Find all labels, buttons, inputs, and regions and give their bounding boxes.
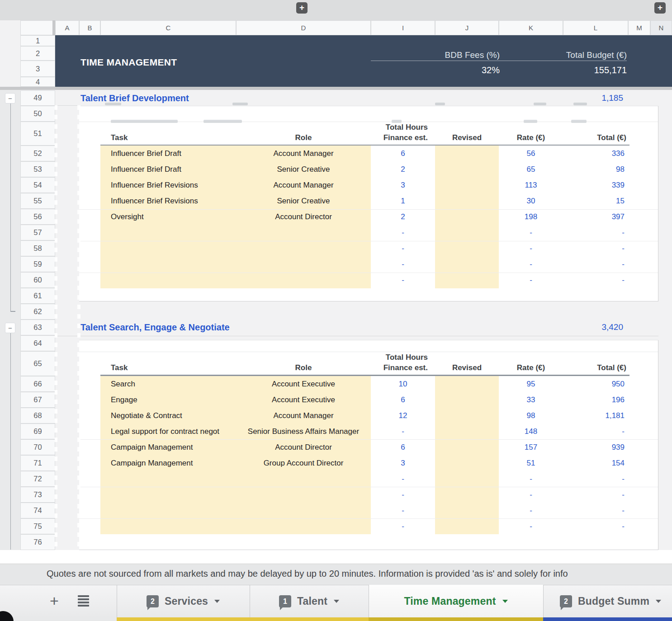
- row-header-69[interactable]: 69: [20, 423, 55, 439]
- cell-task[interactable]: Influencer Brief Draft: [111, 161, 235, 177]
- column-header-j[interactable]: J: [435, 20, 499, 35]
- chevron-down-icon[interactable]: [214, 600, 220, 603]
- cell-rate[interactable]: 56: [499, 146, 563, 161]
- row-header-67[interactable]: 67: [20, 392, 55, 408]
- cell-task[interactable]: Legal support for contract negot: [111, 423, 235, 439]
- cell-total[interactable]: 154: [563, 455, 625, 471]
- row-header-54[interactable]: 54: [20, 177, 55, 193]
- row-header-64[interactable]: 64: [20, 335, 55, 351]
- cell-hours[interactable]: 2: [371, 209, 435, 225]
- cell-total[interactable]: -: [563, 225, 625, 240]
- cell-hours[interactable]: 12: [371, 408, 435, 423]
- cell-task[interactable]: [111, 272, 235, 288]
- col-header-hours[interactable]: Total HoursFinance est.: [371, 122, 428, 143]
- corner-box[interactable]: [20, 20, 55, 35]
- cell-task[interactable]: [111, 487, 235, 503]
- column-header-a[interactable]: A: [55, 20, 79, 35]
- cell-total[interactable]: 339: [563, 177, 625, 193]
- cell-hours[interactable]: -: [371, 272, 435, 288]
- col-header-revised[interactable]: Revised: [435, 362, 499, 373]
- column-header-n[interactable]: N: [650, 20, 672, 35]
- cell-rate[interactable]: 51: [499, 455, 563, 471]
- cell-task[interactable]: [111, 256, 235, 272]
- cell-revised[interactable]: [435, 161, 499, 177]
- cell-hours[interactable]: 1: [371, 193, 435, 209]
- row-header-53[interactable]: 53: [20, 161, 55, 177]
- row-header-58[interactable]: 58: [20, 240, 55, 256]
- section-total[interactable]: 1,185: [497, 92, 623, 104]
- cell-role[interactable]: [236, 272, 371, 288]
- sheet-tab-talent[interactable]: 1Talent: [250, 585, 369, 617]
- cell-task[interactable]: [111, 503, 235, 518]
- cell-rate[interactable]: -: [499, 272, 563, 288]
- row-header-61[interactable]: 61: [20, 288, 55, 304]
- col-header-hours[interactable]: Total HoursFinance est.: [371, 352, 428, 373]
- row-header-52[interactable]: 52: [20, 146, 55, 161]
- cell-task[interactable]: Influencer Brief Revisions: [111, 177, 235, 193]
- row-header-59[interactable]: 59: [20, 256, 55, 272]
- cell-rate[interactable]: 148: [499, 423, 563, 439]
- col-header-rate[interactable]: Rate (€): [499, 362, 563, 373]
- cell-role[interactable]: Account Manager: [236, 177, 371, 193]
- row-header-62[interactable]: 62: [20, 304, 55, 320]
- cell-total[interactable]: 15: [563, 193, 625, 209]
- cell-revised[interactable]: [435, 177, 499, 193]
- col-header-rate[interactable]: Rate (€): [499, 132, 563, 143]
- row-header-55[interactable]: 55: [20, 193, 55, 209]
- cell-role[interactable]: [236, 503, 371, 518]
- row-header-72[interactable]: 72: [20, 471, 55, 487]
- cell-rate[interactable]: 95: [499, 376, 563, 392]
- cell-role[interactable]: Account Director: [236, 209, 371, 225]
- cell-role[interactable]: Senior Business Affairs Manager: [236, 423, 371, 439]
- cell-rate[interactable]: -: [499, 225, 563, 240]
- column-header-c[interactable]: C: [100, 20, 236, 35]
- cell-total[interactable]: 98: [563, 161, 625, 177]
- row-header-60[interactable]: 60: [20, 272, 55, 288]
- frozen-rows-divider[interactable]: [0, 87, 672, 90]
- cell-rate[interactable]: -: [499, 240, 563, 256]
- cell-hours[interactable]: 6: [371, 392, 435, 408]
- column-header-l[interactable]: L: [563, 20, 628, 35]
- section-total[interactable]: 3,420: [497, 321, 623, 334]
- column-group-expand-icon[interactable]: +: [296, 2, 308, 14]
- sheet-tab-budget-summ[interactable]: 2Budget Summ: [543, 585, 672, 617]
- sheet-tab-time-management[interactable]: Time Management: [369, 585, 543, 617]
- cell-total[interactable]: -: [563, 423, 625, 439]
- cell-task[interactable]: Campaign Management: [111, 455, 235, 471]
- cell-hours[interactable]: -: [371, 487, 435, 503]
- cell-total[interactable]: 950: [563, 376, 625, 392]
- cell-hours[interactable]: -: [371, 518, 435, 534]
- row-header-76[interactable]: 76: [20, 534, 55, 550]
- cell-total[interactable]: 336: [563, 146, 625, 161]
- cell-rate[interactable]: 157: [499, 439, 563, 455]
- cell-hours[interactable]: 6: [371, 146, 435, 161]
- cell-task[interactable]: [111, 225, 235, 240]
- cell-task[interactable]: [111, 471, 235, 487]
- row-header-65[interactable]: 65: [20, 351, 55, 376]
- column-header-m[interactable]: M: [628, 20, 650, 35]
- cell-total[interactable]: -: [563, 503, 625, 518]
- cell-task[interactable]: Oversight: [111, 209, 235, 225]
- cell-revised[interactable]: [435, 256, 499, 272]
- cell-role[interactable]: [236, 487, 371, 503]
- cell-total[interactable]: 939: [563, 439, 625, 455]
- cell-rate[interactable]: -: [499, 256, 563, 272]
- row-header-49[interactable]: 49: [20, 90, 55, 106]
- cell-task[interactable]: Negotiate & Contract: [111, 408, 235, 423]
- cell-role[interactable]: Group Account Director: [236, 455, 371, 471]
- cell-rate[interactable]: -: [499, 503, 563, 518]
- cell-revised[interactable]: [435, 376, 499, 392]
- cell-rate[interactable]: 33: [499, 392, 563, 408]
- row-header-1[interactable]: 1: [20, 35, 55, 46]
- col-header-revised[interactable]: Revised: [435, 132, 499, 143]
- row-group-collapse-button[interactable]: −: [5, 93, 15, 104]
- row-header-75[interactable]: 75: [20, 518, 55, 534]
- chevron-down-icon[interactable]: [656, 600, 661, 603]
- chevron-down-icon[interactable]: [502, 600, 508, 603]
- cell-total[interactable]: 196: [563, 392, 625, 408]
- cell-revised[interactable]: [435, 423, 499, 439]
- cell-revised[interactable]: [435, 503, 499, 518]
- cell-role[interactable]: Senior Creative: [236, 161, 371, 177]
- cell-total[interactable]: -: [563, 471, 625, 487]
- cell-revised[interactable]: [435, 439, 499, 455]
